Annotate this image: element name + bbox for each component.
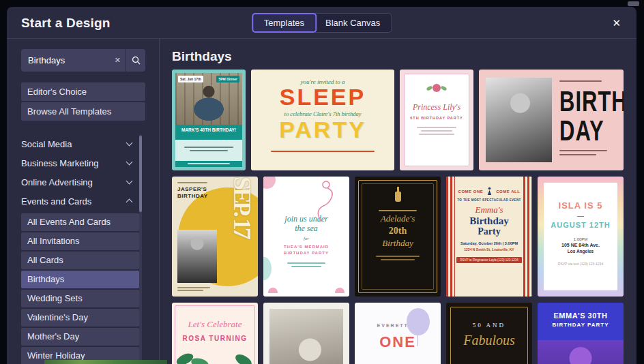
close-icon[interactable]: ✕ [612,17,621,29]
text-line [559,150,607,151]
subcategory-all-invitations[interactable]: All Invitations [21,232,139,250]
template-card-sleepover[interactable]: you're invited to a SLEEP to celebrate C… [251,70,394,170]
template-card-mermaid[interactable]: join us under the sea for THEA'S MERMAID… [263,177,349,297]
text-line [381,259,415,260]
template-card-baby-photo[interactable] [263,303,349,364]
text-line [421,130,452,132]
subcategory-wedding-sets[interactable]: Wedding Sets [21,290,139,307]
subtitle-line: THEA'S MERMAID [284,245,329,249]
search-icon[interactable] [126,56,145,65]
subcategory-all-cards[interactable]: All Cards [21,252,139,269]
clear-search-icon[interactable]: ✕ [115,56,121,65]
rose-illustration [433,84,441,92]
text-line [376,256,420,257]
template-card-everett-is-one[interactable]: EVERETT IS ONE [355,303,441,364]
template-card-emmas-birthday-party[interactable]: COME ONE COME ALL TO THE MOST SPECTACULA… [446,177,532,297]
event-address: 1234 N Smith St, Louisville, KY [446,247,532,252]
stripe-border [523,177,532,297]
sidebar-item-online-advertising[interactable]: Online Advertising [21,172,145,192]
template-text-block: BIRTH DAY [559,80,618,162]
template-card-birth-day[interactable]: BIRTH DAY [479,70,624,170]
event-time: 1:00PM [544,237,617,241]
editors-choice-link[interactable]: Editor's Choice [21,82,145,101]
text-line [559,80,602,82]
stripe-border [446,177,455,297]
template-card-jaspers-birthday[interactable]: JASPER'S BIRTHDAY SEP. 17 [172,177,258,297]
dash-ornament: — [544,212,617,219]
subcategory-birthdays[interactable]: Birthdays [21,271,139,288]
subcategory-all-events-and-cards[interactable]: All Events And Cards [21,213,139,231]
text-line [287,262,325,264]
sidebar-item-social-media[interactable]: Social Media [21,134,145,153]
category-label: Online Advertising [21,177,93,187]
window-control[interactable] [628,1,639,6]
template-card-marks-40th[interactable]: Sat. Jan 17th 5PM Dinner MARK'S 40TH BIR… [172,70,246,170]
gold-frame [450,307,528,364]
template-row: Sat. Jan 17th 5PM Dinner MARK'S 40TH BIR… [172,70,636,170]
template-row: JASPER'S BIRTHDAY SEP. 17 [172,177,636,297]
template-title: BIRTHDAY [177,193,208,200]
tab-blank-canvas[interactable]: Blank Canvas [314,13,392,33]
search-box: ✕ [21,49,145,72]
template-card-rosa-turning[interactable]: Let's Celebrate ROSA TURNING [172,303,258,364]
page-title: Start a Design [21,16,111,31]
subcategory-valentines-day[interactable]: Valentine's Day [21,309,139,327]
shell-decoration [268,288,278,293]
category-label: Social Media [21,139,72,149]
template-subtitle: 6TH BIRTHDAY PARTY [405,116,469,120]
juggler-icon [486,187,493,196]
template-photo [538,340,624,364]
template-text-block: JASPER'S BIRTHDAY [177,182,208,200]
template-title: PARTY [251,118,394,142]
template-details [175,140,242,161]
subcategory-mothers-day[interactable]: Mother's Day [21,328,139,346]
template-card-50-and-fabulous[interactable]: 50 AND Fabulous [446,303,532,364]
text-line [417,127,456,128]
template-card-princess-lily[interactable]: Princess Lily's 6TH BIRTHDAY PARTY [400,70,473,170]
template-subtitle: THEA'S MERMAID BIRTHDAY PARTY [263,244,349,257]
coral-decoration [263,177,276,189]
shell-decoration [335,288,345,293]
chevron-down-icon [126,140,133,147]
sidebar-scrollbar-thumb[interactable] [139,136,142,212]
template-footer [175,161,242,167]
browse-all-templates-link[interactable]: Browse All Templates [21,102,145,121]
template-title: Princess Lily's [405,102,469,112]
for-word: for [263,236,349,241]
tagline: TO THE MOST SPECTACULAR EVENT [446,198,532,202]
event-date: AUGUST 12TH [544,221,617,229]
tab-templates[interactable]: Templates [252,13,317,33]
event-address: 105 NE 84th Ave. [544,243,617,247]
chevron-down-icon [126,159,133,166]
card-inner-frame: Princess Lily's 6TH BIRTHDAY PARTY [404,74,469,166]
come-one-text: COME ONE [458,189,484,194]
template-card-adelades-20th[interactable]: Adelade's 20th Birthday [355,177,441,297]
sidebar-item-business-marketing[interactable]: Business Marketing [21,153,145,172]
card-inner-frame: ISLA IS 5 — AUGUST 12TH 1:00PM 105 NE 84… [544,183,617,290]
date-badge: Sat. Jan 17th [178,76,203,82]
category-label: Business Marketing [21,158,98,168]
template-card-emmas-30th[interactable]: EMMA'S 30TH BIRTHDAY PARTY [538,303,624,364]
event-city: Los Angeles [544,249,617,254]
sidebar-item-events-and-cards[interactable]: Events and Cards [21,192,145,211]
sidebar: ✕ Editor's Choice Browse All Templates S… [21,49,145,364]
template-photo [177,230,217,283]
chevron-down-icon [126,178,133,185]
partial-thumbnail [44,360,167,364]
time-badge: 5PM Dinner [216,76,239,82]
search-input[interactable] [21,55,110,65]
template-photo [269,309,343,364]
text-line [291,266,321,267]
category-list: Social Media Business Marketing Online A… [21,134,145,211]
template-title: Emma's [446,204,532,215]
champagne-bottle-icon [395,192,401,202]
event-date: Saturday, October 26th | 3:00PM [446,241,532,245]
template-card-isla-is-5[interactable]: ISLA IS 5 — AUGUST 12TH 1:00PM 105 NE 84… [538,177,624,297]
text-line [177,287,210,288]
subcategory-list: All Events And Cards All Invitations All… [21,213,145,364]
category-label: Events and Cards [21,196,91,207]
browser-chrome [0,0,644,7]
template-title: Birthday [446,215,532,227]
rsvp-text: RSVP via text (123) 123-1234 [544,262,617,266]
text-line [190,150,228,151]
